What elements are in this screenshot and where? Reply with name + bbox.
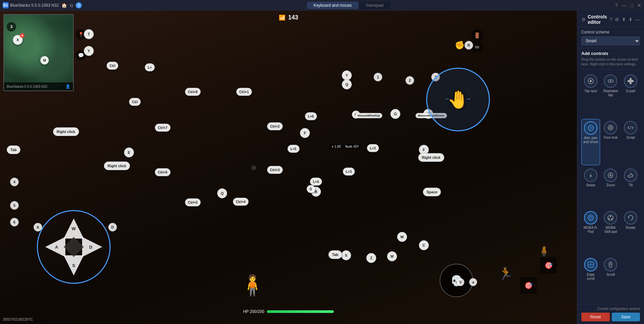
editor-title: Controls editor bbox=[588, 14, 609, 25]
control-free-look[interactable]: Free look bbox=[601, 119, 620, 165]
control-dpad[interactable]: D-pad bbox=[621, 72, 640, 118]
editor-help-icon[interactable]: ? bbox=[609, 17, 612, 22]
dpad-down[interactable]: S bbox=[64, 255, 84, 275]
key-L-plus[interactable]: L+ bbox=[145, 63, 155, 71]
key-T[interactable]: T bbox=[84, 29, 94, 39]
key-ctrl-8[interactable]: Ctrl+8 bbox=[185, 88, 201, 96]
num-6: 6 bbox=[10, 218, 19, 226]
key-F-1[interactable]: F bbox=[300, 128, 310, 138]
home-icon[interactable]: 🏠 bbox=[61, 3, 67, 8]
svg-point-13 bbox=[609, 127, 611, 129]
key-C[interactable]: C bbox=[419, 240, 429, 250]
help-icon[interactable]: ? bbox=[615, 3, 618, 8]
key-a-ability[interactable]: a bbox=[469, 278, 477, 286]
key-ctrl-6[interactable]: Ctrl+6 bbox=[155, 168, 171, 176]
rotate-icon bbox=[624, 211, 637, 224]
key-Y-mid[interactable]: Y bbox=[342, 70, 352, 80]
key-L3[interactable]: L+3 bbox=[343, 168, 355, 176]
key-Tab-bottom[interactable]: Tab bbox=[328, 250, 342, 259]
add-controls-desc: Drag the actions on the screen to bind k… bbox=[581, 57, 640, 67]
rotate-label: Rotate bbox=[626, 226, 635, 230]
key-ctrl-3[interactable]: Ctrl+3 bbox=[267, 166, 283, 174]
key-L6[interactable]: L+6 bbox=[305, 112, 317, 120]
aim-pan-shoot-label: Aim, pan and shoot bbox=[583, 136, 598, 144]
key-Space[interactable]: Space bbox=[423, 188, 441, 196]
key-ctrl-7[interactable]: Ctrl+7 bbox=[155, 124, 171, 132]
svg-marker-27 bbox=[628, 216, 630, 218]
editor-upload-icon[interactable]: ⬆ bbox=[622, 17, 626, 22]
control-aim-pan-shoot[interactable]: Aim, pan and shoot bbox=[581, 119, 600, 165]
reset-button[interactable]: Reset bbox=[581, 313, 610, 321]
key-G[interactable]: G bbox=[390, 109, 400, 119]
key-right-click-1[interactable]: Right click bbox=[53, 127, 79, 136]
key-Ctrl-1[interactable]: Ctrl bbox=[107, 62, 118, 70]
control-tap-spot[interactable]: Tap spot bbox=[581, 72, 600, 118]
num-1: 1 bbox=[374, 73, 382, 81]
control-edge-scroll[interactable]: Edge scroll bbox=[581, 256, 600, 301]
key-Y-top[interactable]: Y bbox=[84, 46, 94, 56]
key-L2[interactable]: L+2 bbox=[367, 144, 379, 152]
key-ctrl-1[interactable]: Ctrl+1 bbox=[236, 88, 252, 96]
key-ctrl-4[interactable]: Ctrl+4 bbox=[233, 198, 249, 206]
key-Q-2[interactable]: Q bbox=[342, 79, 352, 89]
control-rotate[interactable]: Rotate bbox=[621, 209, 640, 254]
control-zoom[interactable]: Zoom bbox=[601, 167, 620, 208]
control-repeated-tap[interactable]: Repeated tap bbox=[601, 72, 620, 118]
fist-icon: ✊ bbox=[455, 41, 465, 50]
add-controls-section: Add controls Drag the actions on the scr… bbox=[577, 48, 644, 69]
key-M-bottom[interactable]: M bbox=[387, 251, 397, 261]
key-Q-1[interactable]: Q bbox=[217, 188, 227, 198]
control-moba-dpad[interactable]: MOBA D-Pad bbox=[581, 209, 600, 254]
key-ctrl-2b[interactable]: Ctrl bbox=[129, 98, 141, 106]
key-S-ability[interactable]: S bbox=[456, 278, 464, 286]
key-G-sub[interactable]: G bbox=[307, 185, 315, 193]
dpad-left[interactable]: A bbox=[45, 237, 65, 257]
counter-badge: 3 bbox=[76, 2, 82, 8]
exit-icon[interactable]: 🚪 bbox=[471, 29, 483, 41]
control-swipe[interactable]: Swipe bbox=[581, 167, 600, 208]
hp-bar bbox=[267, 310, 334, 313]
minimize-icon[interactable]: — bbox=[622, 3, 627, 8]
key-E[interactable]: E bbox=[124, 147, 134, 157]
controls-grid: Tap spot Repeated tap D-pad bbox=[577, 70, 644, 304]
edge-scroll-label: Edge scroll bbox=[583, 273, 599, 281]
key-S-bottom[interactable]: S bbox=[341, 250, 351, 260]
tab-gamepad[interactable]: Gamepad bbox=[359, 2, 390, 9]
dpad-right[interactable]: D bbox=[82, 237, 102, 257]
dpad[interactable]: W S A D bbox=[37, 210, 111, 284]
close-window-icon[interactable]: ✕ bbox=[637, 3, 641, 8]
hp-fill bbox=[267, 310, 334, 313]
r-badge-container: R ✊ bbox=[464, 41, 473, 50]
key-right-click-3[interactable]: Right click bbox=[418, 153, 444, 162]
key-ctrl-2[interactable]: Ctrl+2 bbox=[267, 122, 283, 130]
key-ctrl-5[interactable]: Ctrl+5 bbox=[185, 198, 201, 206]
scheme-select[interactable]: Smart bbox=[581, 37, 640, 45]
control-script[interactable]: Script bbox=[621, 119, 640, 165]
editor-minimize-icon[interactable]: — bbox=[635, 17, 640, 22]
key-Z[interactable]: Z bbox=[366, 253, 376, 263]
top-right-icons: 🚪 bbox=[471, 29, 483, 41]
control-moba-skill[interactable]: MOBA Skill pad bbox=[601, 209, 620, 254]
key-L5[interactable]: L+5 bbox=[287, 145, 300, 153]
hud-counter: 3 bbox=[7, 22, 16, 31]
key-X[interactable]: X ✕ bbox=[13, 35, 23, 45]
key-W-bottom[interactable]: W bbox=[397, 232, 407, 242]
copy-icon[interactable]: ⧉ bbox=[70, 3, 73, 8]
dpad-up[interactable]: W bbox=[64, 218, 84, 239]
svg-line-14 bbox=[630, 126, 631, 129]
save-button[interactable]: Save bbox=[612, 313, 640, 321]
pan-shoot-control[interactable]: ← → 🤚 bbox=[426, 68, 490, 131]
key-M-top[interactable]: M bbox=[40, 56, 49, 65]
key-Tab[interactable]: Tab bbox=[7, 145, 20, 154]
key-L4[interactable]: L+4 bbox=[310, 178, 322, 186]
moba-skill-label: MOBA Skill pad bbox=[603, 226, 619, 234]
restore-icon[interactable]: □ bbox=[631, 3, 633, 8]
editor-settings-icon[interactable]: ⚙ bbox=[615, 17, 619, 22]
dpad-label: D-pad bbox=[626, 89, 635, 93]
control-tilt[interactable]: Tilt bbox=[621, 167, 640, 208]
editor-download-icon[interactable]: ⬇ bbox=[629, 17, 633, 22]
tab-keyboard-mouse[interactable]: Keyboard and mouse bbox=[307, 2, 359, 9]
control-scroll[interactable]: Scroll bbox=[601, 256, 620, 301]
tilt-label: Tilt bbox=[629, 183, 633, 187]
key-right-click-2[interactable]: Right click bbox=[104, 161, 130, 170]
